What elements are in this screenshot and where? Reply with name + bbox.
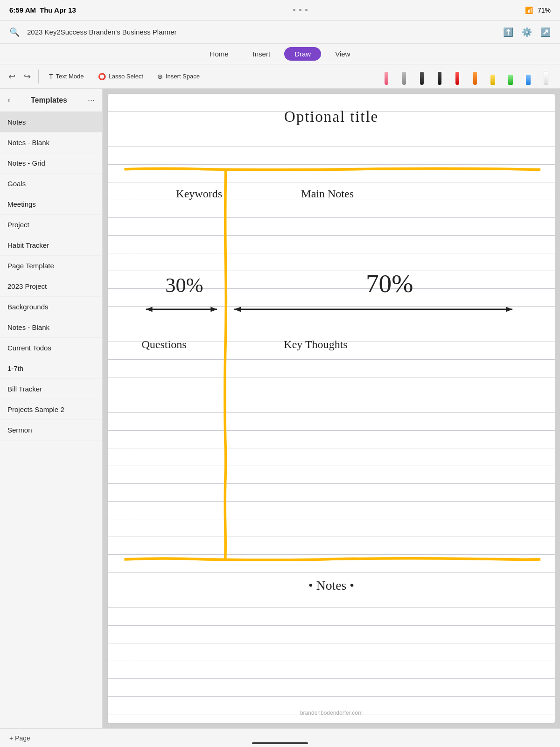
pen-tools bbox=[378, 66, 554, 87]
text-mode-icon: T bbox=[49, 73, 53, 80]
svg-text:70%: 70% bbox=[366, 269, 413, 298]
battery-display: 71% bbox=[538, 7, 551, 14]
sidebar-list: Notes Notes - Blank Notes - Grid Goals M… bbox=[0, 112, 102, 728]
svg-text:Keywords: Keywords bbox=[176, 188, 222, 200]
main-layout: ‹ Templates ··· Notes Notes - Blank Note… bbox=[0, 89, 560, 728]
pen-black[interactable] bbox=[431, 66, 448, 87]
sidebar-item-1-7th[interactable]: 1-7th bbox=[0, 358, 102, 379]
top-nav: 🔍 2023 Key2Success Branden's Business Pl… bbox=[0, 21, 560, 44]
sidebar-item-meetings[interactable]: Meetings bbox=[0, 194, 102, 215]
note-drawing: Optional title Keywords Main Notes 30% 7… bbox=[108, 94, 555, 723]
sidebar-item-notes-blank-2[interactable]: Notes - Blank bbox=[0, 317, 102, 338]
home-indicator bbox=[252, 742, 308, 744]
content-area[interactable]: Optional title Keywords Main Notes 30% 7… bbox=[103, 89, 560, 728]
status-time: 6:59 AM Thu Apr 13 bbox=[9, 6, 76, 14]
svg-marker-6 bbox=[210, 307, 217, 312]
sidebar-item-goals[interactable]: Goals bbox=[0, 174, 102, 194]
pen-white[interactable] bbox=[538, 66, 554, 87]
tab-draw[interactable]: Draw bbox=[284, 47, 321, 61]
status-bar: 6:59 AM Thu Apr 13 📶 71% bbox=[0, 0, 560, 21]
svg-text:Questions: Questions bbox=[141, 338, 186, 350]
note-paper: Optional title Keywords Main Notes 30% 7… bbox=[107, 93, 555, 724]
sidebar-more-button[interactable]: ··· bbox=[88, 95, 95, 105]
date-display: Thu Apr 13 bbox=[40, 6, 76, 14]
sidebar-item-page-template[interactable]: Page Template bbox=[0, 256, 102, 276]
lasso-select-button[interactable]: ⭕ Lasso Select bbox=[92, 70, 149, 83]
toolbar-divider-1 bbox=[38, 70, 39, 84]
svg-marker-5 bbox=[146, 307, 153, 312]
text-mode-label: Text Mode bbox=[56, 73, 84, 80]
sidebar-item-current-todos[interactable]: Current Todos bbox=[0, 338, 102, 358]
insert-space-label: Insert Space bbox=[166, 73, 200, 80]
pen-red[interactable] bbox=[449, 66, 466, 87]
sidebar-item-projects-sample-2[interactable]: Projects Sample 2 bbox=[0, 399, 102, 420]
search-icon[interactable]: 🔍 bbox=[9, 27, 20, 37]
svg-text:Main Notes: Main Notes bbox=[301, 188, 354, 200]
sidebar-item-notes-grid[interactable]: Notes - Grid bbox=[0, 153, 102, 174]
status-dots bbox=[293, 9, 308, 11]
sidebar-item-notes-blank[interactable]: Notes - Blank bbox=[0, 133, 102, 153]
svg-text:brandenbodendorfer.com: brandenbodendorfer.com bbox=[300, 710, 363, 716]
dot-3 bbox=[305, 9, 308, 11]
tab-bar: Home Insert Draw View bbox=[0, 44, 560, 64]
dot-1 bbox=[293, 9, 295, 11]
settings-icon[interactable]: ⚙️ bbox=[522, 27, 532, 37]
svg-text:30%: 30% bbox=[165, 273, 203, 297]
time-display: 6:59 AM bbox=[9, 6, 36, 14]
pen-dark[interactable] bbox=[413, 66, 430, 87]
top-nav-right: ⬆️ ⚙️ ↗️ bbox=[503, 27, 551, 37]
insert-space-button[interactable]: ⊕ Insert Space bbox=[152, 70, 205, 83]
add-page-button[interactable]: + Page bbox=[9, 734, 30, 742]
tab-insert[interactable]: Insert bbox=[243, 47, 281, 61]
pen-gray[interactable] bbox=[396, 66, 413, 87]
sidebar: ‹ Templates ··· Notes Notes - Blank Note… bbox=[0, 89, 103, 728]
sidebar-item-bill-tracker[interactable]: Bill Tracker bbox=[0, 379, 102, 399]
toolbar: ↩ ↪ T Text Mode ⭕ Lasso Select ⊕ Insert … bbox=[0, 64, 560, 89]
status-right: 📶 71% bbox=[525, 7, 551, 14]
tab-view[interactable]: View bbox=[325, 47, 360, 61]
sidebar-title: Templates bbox=[31, 96, 67, 105]
wifi-icon: 📶 bbox=[525, 7, 533, 14]
top-nav-left: 🔍 2023 Key2Success Branden's Business Pl… bbox=[9, 27, 177, 37]
redo-button[interactable]: ↪ bbox=[21, 70, 34, 84]
tab-home[interactable]: Home bbox=[200, 47, 239, 61]
sidebar-item-project[interactable]: Project bbox=[0, 215, 102, 235]
lasso-select-label: Lasso Select bbox=[109, 73, 143, 80]
svg-marker-10 bbox=[506, 307, 512, 312]
add-page-label: + Page bbox=[9, 734, 30, 742]
share-icon[interactable]: ⬆️ bbox=[503, 27, 513, 37]
pen-blue-highlighter[interactable] bbox=[520, 66, 537, 87]
text-mode-button[interactable]: T Text Mode bbox=[43, 70, 90, 83]
expand-icon[interactable]: ↗️ bbox=[540, 27, 551, 37]
pen-green-highlighter[interactable] bbox=[502, 66, 519, 87]
svg-text:Optional title: Optional title bbox=[284, 108, 378, 125]
pen-pink[interactable] bbox=[378, 66, 395, 87]
sidebar-item-notes[interactable]: Notes bbox=[0, 112, 102, 133]
sidebar-header: ‹ Templates ··· bbox=[0, 89, 102, 112]
svg-text:Key Thoughts: Key Thoughts bbox=[284, 338, 347, 350]
lasso-icon: ⭕ bbox=[98, 73, 106, 80]
undo-button[interactable]: ↩ bbox=[6, 70, 18, 84]
doc-title: 2023 Key2Success Branden's Business Plan… bbox=[27, 28, 177, 36]
sidebar-item-2023-project[interactable]: 2023 Project bbox=[0, 276, 102, 297]
sidebar-item-backgrounds[interactable]: Backgrounds bbox=[0, 297, 102, 317]
svg-marker-9 bbox=[234, 307, 241, 312]
dot-2 bbox=[299, 9, 301, 11]
sidebar-back-button[interactable]: ‹ bbox=[7, 95, 10, 105]
pen-yellow-highlighter[interactable] bbox=[484, 66, 501, 87]
svg-text:• Notes •: • Notes • bbox=[308, 578, 354, 593]
sidebar-item-habit-tracker[interactable]: Habit Tracker bbox=[0, 235, 102, 256]
bottom-bar: + Page bbox=[0, 728, 560, 747]
insert-space-icon: ⊕ bbox=[157, 73, 163, 80]
sidebar-item-sermon[interactable]: Sermon bbox=[0, 420, 102, 440]
pen-orange[interactable] bbox=[467, 66, 483, 87]
